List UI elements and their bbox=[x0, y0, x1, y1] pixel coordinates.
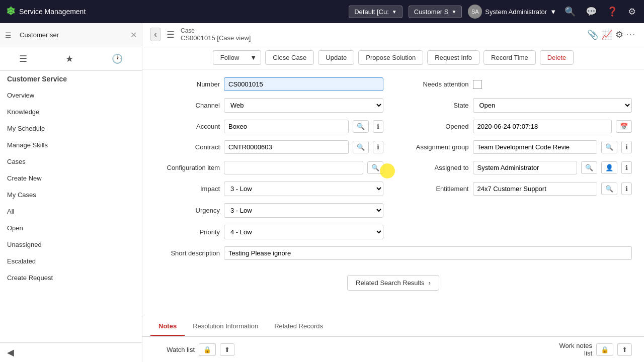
sidebar-item-knowledge[interactable]: Knowledge bbox=[0, 104, 142, 120]
sidebar-item-open[interactable]: Open bbox=[0, 220, 142, 236]
close-case-button[interactable]: Close Case bbox=[265, 50, 314, 65]
form-col-assignment-group: Assignment group 🔍 ℹ bbox=[404, 140, 632, 154]
entitlement-info-button[interactable]: ℹ bbox=[621, 183, 632, 195]
assignment-group-search-button[interactable]: 🔍 bbox=[601, 141, 617, 153]
contract-info-button[interactable]: ℹ bbox=[373, 141, 383, 153]
opened-field[interactable] bbox=[473, 120, 612, 133]
default-perspective-dropdown[interactable]: Default [Cu: ▼ bbox=[349, 6, 403, 18]
record-header: ‹ ☰ Case CS0001015 [Case view] 📎 📈 ⚙ ··· bbox=[142, 23, 644, 46]
impact-select[interactable]: 1 - High 2 - Medium 3 - Low bbox=[224, 182, 383, 196]
related-search-button[interactable]: Related Search Results › bbox=[347, 275, 439, 291]
sidebar-item-all[interactable]: All bbox=[0, 203, 142, 220]
hamburger-icon[interactable]: ☰ bbox=[167, 29, 175, 40]
contract-search-button[interactable]: 🔍 bbox=[353, 141, 369, 153]
assignment-group-field[interactable] bbox=[473, 140, 598, 154]
watch-list-lock-button[interactable]: 🔒 bbox=[199, 343, 216, 356]
work-notes-list-label: Work notes list bbox=[552, 342, 592, 357]
form-row-config: Configuration item 🔍 Assigned to 🔍 👤 ℹ bbox=[154, 161, 632, 174]
state-label: State bbox=[404, 102, 469, 109]
sidebar-item-overview[interactable]: Overview bbox=[0, 87, 142, 104]
tab-notes[interactable]: Notes bbox=[150, 317, 185, 336]
chat-icon[interactable]: 💬 bbox=[584, 4, 599, 19]
follow-button[interactable]: Follow bbox=[213, 50, 247, 65]
sidebar-item-cases[interactable]: Cases bbox=[0, 153, 142, 170]
account-info-button[interactable]: ℹ bbox=[373, 120, 383, 133]
short-desc-field[interactable] bbox=[224, 246, 632, 260]
opened-calendar-button[interactable]: 📅 bbox=[616, 120, 632, 133]
clear-search-icon[interactable]: ✕ bbox=[130, 30, 137, 40]
chevron-down-icon: ▼ bbox=[451, 9, 456, 15]
form-col-entitlement: Entitlement 🔍 ℹ bbox=[404, 182, 632, 196]
config-item-search-button[interactable]: 🔍 bbox=[367, 161, 383, 174]
needs-attention-label: Needs attention bbox=[404, 80, 469, 88]
sidebar-item-my-schedule[interactable]: My Schedule bbox=[0, 120, 142, 137]
sidebar-item-unassigned[interactable]: Unassigned bbox=[0, 236, 142, 253]
entitlement-search-button[interactable]: 🔍 bbox=[601, 183, 617, 195]
assigned-to-label: Assigned to bbox=[404, 164, 469, 171]
form-col-channel: Channel Web Email Phone Chat bbox=[154, 98, 383, 113]
request-info-button[interactable]: Request Info bbox=[427, 50, 479, 65]
assigned-to-search-button[interactable]: 🔍 bbox=[581, 161, 597, 174]
account-field[interactable] bbox=[224, 120, 349, 133]
settings-icon[interactable]: ⚙ bbox=[626, 4, 638, 19]
sidebar-item-create-new[interactable]: Create New bbox=[0, 170, 142, 187]
update-button[interactable]: Update bbox=[318, 50, 354, 65]
back-icon[interactable]: ◀ bbox=[7, 347, 14, 357]
work-notes-add-button[interactable]: ⬆ bbox=[617, 343, 632, 356]
short-desc-label: Short description bbox=[154, 249, 220, 257]
assignment-group-info-button[interactable]: ℹ bbox=[621, 141, 632, 153]
star-icon[interactable]: ★ bbox=[61, 51, 77, 66]
assigned-to-field[interactable] bbox=[473, 161, 578, 174]
search-input[interactable] bbox=[15, 27, 127, 43]
config-item-field[interactable] bbox=[224, 161, 363, 174]
form-col-contract: Contract 🔍 ℹ bbox=[154, 140, 383, 154]
contract-label: Contract bbox=[154, 143, 220, 151]
more-options-icon[interactable]: ··· bbox=[626, 30, 636, 39]
sidebar-item-manage-skills[interactable]: Manage Skills bbox=[0, 137, 142, 153]
sidebar-item-escalated[interactable]: Escalated bbox=[0, 253, 142, 269]
contract-field[interactable] bbox=[224, 140, 349, 154]
attachment-icon[interactable]: 📎 bbox=[587, 29, 598, 40]
watch-list-add-button[interactable]: ⬆ bbox=[220, 343, 234, 356]
sidebar-nav: Overview Knowledge My Schedule Manage Sk… bbox=[0, 87, 142, 342]
sidebar-item-my-cases[interactable]: My Cases bbox=[0, 187, 142, 203]
form-col-account: Account 🔍 ℹ bbox=[154, 120, 383, 133]
urgency-select[interactable]: 1 - High 2 - Medium 3 - Low bbox=[224, 203, 383, 218]
customer-dropdown[interactable]: Customer S ▼ bbox=[409, 6, 462, 18]
tab-related-records[interactable]: Related Records bbox=[266, 317, 331, 336]
priority-select[interactable]: 1 - Critical 2 - High 3 - Moderate 4 - L… bbox=[224, 225, 383, 239]
sliders-icon[interactable]: ⚙ bbox=[615, 29, 623, 40]
sidebar-item-create-request[interactable]: Create Request bbox=[0, 269, 142, 286]
delete-button[interactable]: Delete bbox=[540, 50, 574, 65]
user-name: System Administrator bbox=[485, 8, 547, 16]
config-item-label: Configuration item bbox=[154, 164, 220, 171]
needs-attention-checkbox[interactable] bbox=[473, 80, 482, 89]
record-time-button[interactable]: Record Time bbox=[484, 50, 536, 65]
sidebar-search-area: ☰ ✕ bbox=[0, 23, 142, 47]
assigned-to-user-button[interactable]: 👤 bbox=[601, 161, 617, 174]
form-col-impact: Impact 1 - High 2 - Medium 3 - Low bbox=[154, 182, 383, 196]
form-col-config-item: Configuration item 🔍 bbox=[154, 161, 383, 174]
search-icon[interactable]: 🔍 bbox=[562, 4, 578, 19]
form-col-empty2 bbox=[404, 225, 632, 239]
user-menu[interactable]: SA System Administrator ▼ bbox=[468, 5, 556, 19]
history-icon[interactable]: 🕐 bbox=[108, 51, 127, 66]
propose-solution-button[interactable]: Propose Solution bbox=[358, 50, 423, 65]
help-icon[interactable]: ❓ bbox=[605, 4, 620, 19]
entitlement-field[interactable] bbox=[473, 182, 598, 196]
assigned-to-info-button[interactable]: ℹ bbox=[621, 161, 632, 174]
urgency-label: Urgency bbox=[154, 207, 220, 214]
list-icon[interactable]: ☰ bbox=[15, 51, 31, 66]
account-search-button[interactable]: 🔍 bbox=[353, 120, 369, 133]
graph-icon[interactable]: 📈 bbox=[601, 29, 612, 40]
follow-dropdown-button[interactable]: ▼ bbox=[246, 50, 261, 65]
form-col-priority: Priority 1 - Critical 2 - High 3 - Moder… bbox=[154, 225, 383, 239]
number-field[interactable] bbox=[224, 77, 383, 91]
form-col-empty bbox=[404, 203, 632, 218]
brand-logo-area: ❄ Service Management bbox=[6, 5, 86, 18]
back-button[interactable]: ‹ bbox=[150, 28, 160, 41]
tab-resolution-information[interactable]: Resolution Information bbox=[185, 317, 266, 336]
state-select[interactable]: Open Closed Resolved Pending bbox=[473, 98, 632, 113]
channel-select[interactable]: Web Email Phone Chat bbox=[224, 98, 383, 113]
work-notes-lock-button[interactable]: 🔒 bbox=[596, 343, 613, 356]
